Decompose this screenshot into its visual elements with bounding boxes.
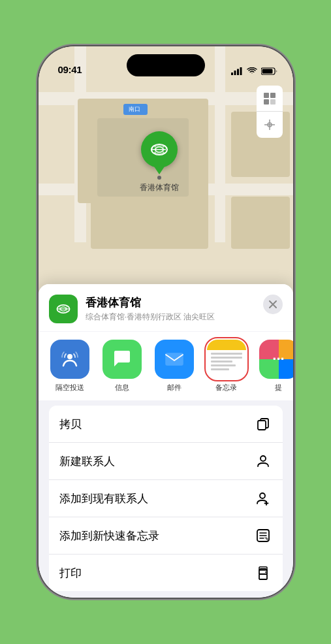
svg-rect-3: [240, 67, 242, 75]
svg-rect-1: [234, 71, 236, 75]
svg-rect-10: [270, 93, 276, 98]
map-controls: [257, 86, 283, 138]
share-item-notes[interactable]: 备忘录: [206, 340, 247, 393]
action-copy-label: 拷贝: [59, 417, 82, 432]
message-label: 信息: [115, 383, 129, 393]
entrance-label: 南口: [123, 104, 148, 115]
phone-frame: 09:41: [39, 46, 293, 598]
message-icon: [102, 340, 142, 379]
location-header: 香港体育馆 综合体育馆·香港特别行政区 油尖旺区: [39, 284, 293, 331]
copy-icon: [254, 415, 272, 433]
add-to-contact-icon: [254, 489, 272, 507]
svg-rect-11: [264, 99, 269, 105]
svg-point-17: [67, 354, 72, 359]
battery-icon: [261, 67, 277, 75]
share-item-more[interactable]: ··· 提: [258, 340, 293, 393]
location-info: 香港体育馆 综合体育馆·香港特别行政区 油尖旺区: [86, 295, 283, 323]
airdrop-label: 隔空投送: [55, 383, 84, 393]
share-item-airdrop[interactable]: 隔空投送: [49, 340, 91, 393]
location-icon: [49, 295, 78, 323]
status-time: 09:41: [58, 64, 82, 75]
more-label: 提: [275, 383, 282, 393]
signal-icon: [231, 67, 243, 75]
quick-notes-icon: [254, 526, 272, 545]
location-button[interactable]: [257, 112, 283, 138]
action-new-contact[interactable]: 新建联系人: [49, 443, 283, 480]
action-copy[interactable]: 拷贝: [49, 406, 283, 443]
action-print[interactable]: 打印: [49, 555, 283, 591]
dynamic-island: [127, 54, 205, 76]
action-add-to-notes[interactable]: 添加到新快速备忘录: [49, 517, 283, 555]
svg-rect-2: [237, 69, 239, 76]
svg-rect-24: [259, 574, 267, 579]
svg-point-22: [260, 493, 265, 498]
map-type-button[interactable]: [257, 86, 283, 112]
svg-rect-20: [258, 421, 266, 430]
notes-label: 备忘录: [215, 383, 237, 393]
action-print-label: 打印: [59, 566, 82, 581]
svg-point-21: [260, 456, 266, 461]
share-item-message[interactable]: 信息: [101, 340, 143, 393]
phone-screen: 09:41: [39, 46, 293, 598]
action-add-to-notes-label: 添加到新快速备忘录: [59, 528, 159, 543]
mail-label: 邮件: [167, 383, 181, 393]
mail-icon: [155, 340, 194, 379]
action-add-to-contact-label: 添加到现有联系人: [59, 491, 148, 506]
location-subtitle: 综合体育馆·香港特别行政区 油尖旺区: [86, 312, 283, 323]
bottom-sheet: 香港体育馆 综合体育馆·香港特别行政区 油尖旺区: [39, 284, 293, 598]
wifi-icon: [247, 67, 257, 75]
svg-rect-0: [231, 72, 233, 75]
more-icon: ···: [259, 340, 293, 379]
map-pin: 香港体育馆: [140, 131, 179, 193]
map-pin-label: 香港体育馆: [140, 182, 179, 193]
svg-rect-9: [264, 93, 269, 98]
status-icons: [231, 67, 277, 75]
svg-rect-5: [262, 69, 272, 74]
map-area[interactable]: 南口 香港体育馆: [39, 46, 293, 321]
close-button[interactable]: [263, 295, 283, 314]
new-contact-icon: [254, 452, 272, 470]
action-add-to-contact[interactable]: 添加到现有联系人: [49, 480, 283, 517]
action-list: 拷贝 新建联系人: [49, 406, 283, 591]
svg-point-26: [265, 572, 266, 573]
airdrop-icon: [50, 340, 89, 379]
svg-rect-18: [166, 353, 183, 365]
print-icon: [254, 564, 272, 582]
share-row: 隔空投送 信息: [39, 332, 293, 400]
notes-icon: [207, 340, 246, 379]
action-new-contact-label: 新建联系人: [59, 454, 115, 469]
share-item-mail[interactable]: 邮件: [153, 340, 195, 393]
svg-rect-12: [270, 99, 276, 105]
location-name: 香港体育馆: [86, 295, 283, 310]
